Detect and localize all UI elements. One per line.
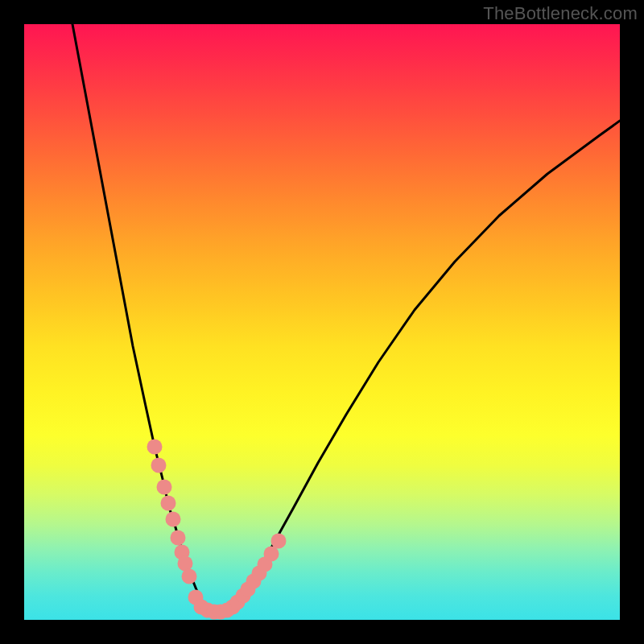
bottleneck-curve	[72, 24, 620, 612]
marker-dot	[271, 534, 287, 549]
marker-dot	[182, 569, 197, 584]
highlighted-markers	[147, 440, 287, 620]
marker-dot	[171, 530, 186, 546]
marker-dot	[151, 458, 167, 473]
watermark-label: TheBottleneck.com	[483, 3, 638, 24]
marker-dot	[264, 547, 279, 562]
marker-dot	[166, 512, 181, 527]
marker-dot	[157, 480, 172, 495]
plot-area	[24, 24, 620, 620]
marker-dot	[147, 440, 163, 455]
curve-path	[72, 24, 620, 612]
marker-dot	[161, 496, 176, 511]
plot-svg	[24, 24, 620, 620]
chart-frame: TheBottleneck.com	[0, 0, 644, 644]
